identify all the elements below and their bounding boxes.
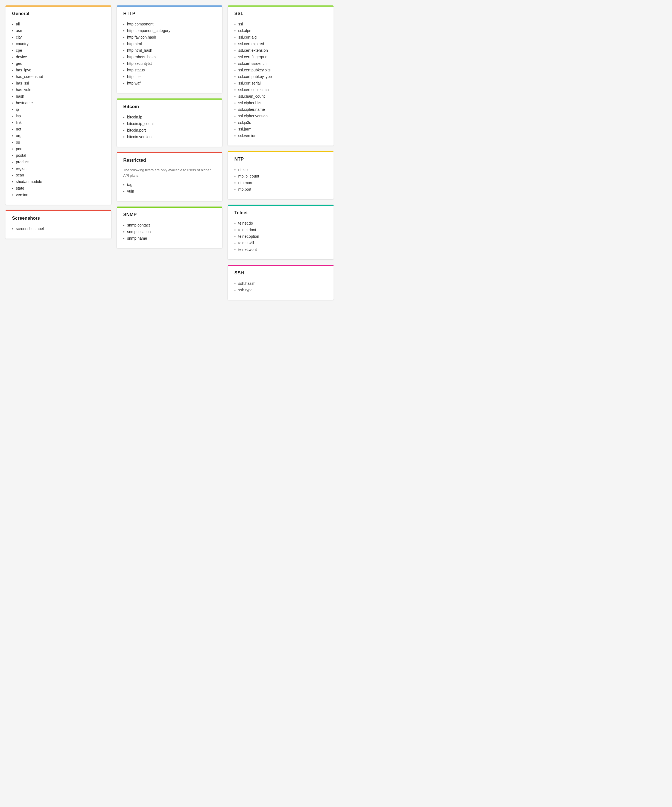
card-list-screenshots: screenshot.label (12, 226, 105, 232)
list-item[interactable]: port (12, 146, 105, 152)
card-list-general: allasncitycountrycpedevicegeohas_ipv6has… (12, 21, 105, 198)
list-item[interactable]: ssl.cert.fingerprint (234, 54, 327, 60)
card-title-ssl: SSL (234, 11, 327, 17)
list-item[interactable]: has_ssl (12, 80, 105, 86)
list-item[interactable]: ssl.chain_count (234, 93, 327, 100)
list-item[interactable]: ssh.hassh (234, 280, 327, 287)
card-ssl: SSLsslssl.alpnssl.cert.algssl.cert.expir… (228, 5, 334, 146)
list-item[interactable]: ssh.type (234, 287, 327, 293)
list-item[interactable]: http.html_hash (123, 47, 216, 54)
list-item[interactable]: ip (12, 106, 105, 113)
list-item[interactable]: org (12, 133, 105, 139)
list-item[interactable]: http.waf (123, 80, 216, 86)
list-item[interactable]: telnet.option (234, 233, 327, 240)
list-item[interactable]: http.component_category (123, 27, 216, 34)
list-item[interactable]: ssl.cert.extension (234, 47, 327, 54)
list-item[interactable]: asn (12, 27, 105, 34)
list-item[interactable]: isp (12, 113, 105, 119)
list-item[interactable]: city (12, 34, 105, 40)
list-item[interactable]: vuln (123, 188, 216, 194)
list-item[interactable]: ssl.cert.alg (234, 34, 327, 40)
list-item[interactable]: snmp.contact (123, 222, 216, 228)
list-item[interactable]: http.favicon.hash (123, 34, 216, 40)
list-item[interactable]: ntp.ip_count (234, 173, 327, 179)
card-restricted: RestrictedThe following filters are only… (117, 152, 223, 201)
list-item[interactable]: ntp.ip (234, 166, 327, 173)
list-item[interactable]: bitcoin.port (123, 127, 216, 133)
list-item[interactable]: ssl.alpn (234, 27, 327, 34)
list-item[interactable]: bitcoin.ip_count (123, 120, 216, 127)
list-item[interactable]: http.title (123, 73, 216, 80)
list-item[interactable]: cpe (12, 47, 105, 54)
list-item[interactable]: hostname (12, 100, 105, 106)
list-item[interactable]: telnet.dont (234, 226, 327, 233)
list-item[interactable]: product (12, 159, 105, 165)
card-list-http: http.componenthttp.component_categoryhtt… (123, 21, 216, 86)
list-item[interactable]: ssl.jarm (234, 126, 327, 133)
card-ntp: NTPntp.ipntp.ip_countntp.morentp.port (228, 151, 334, 199)
list-item[interactable]: link (12, 119, 105, 126)
list-item[interactable]: has_ipv6 (12, 67, 105, 73)
card-title-telnet: Telnet (234, 210, 327, 216)
list-item[interactable]: http.status (123, 67, 216, 73)
list-item[interactable]: http.component (123, 21, 216, 27)
list-item[interactable]: ssl.cipher.version (234, 113, 327, 119)
list-item[interactable]: geo (12, 60, 105, 67)
card-snmp: SNMPsnmp.contactsnmp.locationsnmp.name (117, 206, 223, 248)
list-item[interactable]: ssl.ja3s (234, 119, 327, 126)
list-item[interactable]: shodan.module (12, 178, 105, 185)
card-bitcoin: Bitcoinbitcoin.ipbitcoin.ip_countbitcoin… (117, 98, 223, 147)
list-item[interactable]: has_vuln (12, 86, 105, 93)
list-item[interactable]: bitcoin.version (123, 133, 216, 140)
card-title-http: HTTP (123, 11, 216, 17)
card-note-restricted: The following filters are only available… (123, 168, 216, 178)
list-item[interactable]: http.securitytxt (123, 60, 216, 67)
card-title-ntp: NTP (234, 156, 327, 162)
list-item[interactable]: ntp.port (234, 186, 327, 193)
list-item[interactable]: has_screenshot (12, 73, 105, 80)
list-item[interactable]: telnet.wont (234, 246, 327, 253)
list-item[interactable]: bitcoin.ip (123, 114, 216, 120)
list-item[interactable]: scan (12, 172, 105, 178)
list-item[interactable]: telnet.will (234, 240, 327, 246)
list-item[interactable]: region (12, 165, 105, 172)
list-item[interactable]: ssl.cipher.bits (234, 100, 327, 106)
list-item[interactable]: ssl.cert.expired (234, 40, 327, 47)
list-item[interactable]: hash (12, 93, 105, 100)
list-item[interactable]: postal (12, 152, 105, 159)
list-item[interactable]: device (12, 54, 105, 60)
card-list-ssl: sslssl.alpnssl.cert.algssl.cert.expireds… (234, 21, 327, 139)
list-item[interactable]: ssl.cipher.name (234, 106, 327, 113)
card-general: Generalallasncitycountrycpedevicegeohas_… (5, 5, 111, 204)
card-title-ssh: SSH (234, 270, 327, 276)
list-item[interactable]: ssl.cert.serial (234, 80, 327, 86)
card-list-ntp: ntp.ipntp.ip_countntp.morentp.port (234, 166, 327, 193)
list-item[interactable]: country (12, 40, 105, 47)
card-list-telnet: telnet.dotelnet.donttelnet.optiontelnet.… (234, 220, 327, 253)
card-list-restricted: tagvuln (123, 181, 216, 194)
list-item[interactable]: snmp.name (123, 235, 216, 242)
list-item[interactable]: ssl.cert.pubkey.bits (234, 67, 327, 73)
list-item[interactable]: http.robots_hash (123, 54, 216, 60)
card-title-general: General (12, 11, 105, 17)
card-title-screenshots: Screenshots (12, 216, 105, 221)
list-item[interactable]: snmp.location (123, 228, 216, 235)
list-item[interactable]: ssl.cert.pubkey.type (234, 73, 327, 80)
list-item[interactable]: telnet.do (234, 220, 327, 226)
list-item[interactable]: ssl.version (234, 133, 327, 139)
list-item[interactable]: all (12, 21, 105, 27)
list-item[interactable]: state (12, 185, 105, 191)
list-item[interactable]: version (12, 191, 105, 198)
list-item[interactable]: screenshot.label (12, 226, 105, 232)
card-screenshots: Screenshotsscreenshot.label (5, 210, 111, 239)
list-item[interactable]: ssl (234, 21, 327, 27)
card-title-restricted: Restricted (123, 158, 216, 163)
card-ssh: SSHssh.hasshssh.type (228, 265, 334, 300)
list-item[interactable]: ntp.more (234, 179, 327, 186)
list-item[interactable]: net (12, 126, 105, 133)
list-item[interactable]: ssl.cert.subject.cn (234, 86, 327, 93)
list-item[interactable]: tag (123, 181, 216, 188)
list-item[interactable]: os (12, 139, 105, 146)
list-item[interactable]: ssl.cert.issuer.cn (234, 60, 327, 67)
list-item[interactable]: http.html (123, 40, 216, 47)
